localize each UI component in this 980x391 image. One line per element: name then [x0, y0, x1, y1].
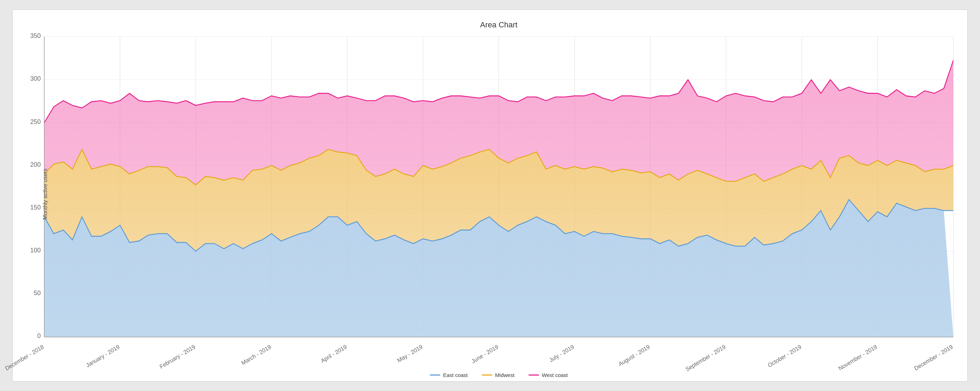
svg-text:October - 2019: October - 2019: [767, 343, 803, 369]
svg-text:150: 150: [30, 204, 41, 211]
svg-text:February - 2019: February - 2019: [158, 343, 196, 370]
svg-text:50: 50: [34, 289, 41, 297]
svg-text:250: 250: [30, 117, 41, 125]
svg-text:August - 2019: August - 2019: [617, 343, 651, 367]
svg-text:March - 2019: March - 2019: [240, 343, 272, 366]
y-axis-label: Monthly active users: [42, 168, 48, 220]
svg-text:September - 2019: September - 2019: [684, 343, 726, 372]
svg-text:April - 2019: April - 2019: [320, 343, 348, 364]
svg-text:0: 0: [37, 332, 41, 339]
west-coast-legend-line: [529, 375, 539, 375]
legend-west-coast: West coast: [529, 372, 568, 378]
midwest-legend-label: Midwest: [495, 372, 515, 378]
svg-text:December - 2019: December - 2019: [913, 343, 954, 371]
chart-title: Area Chart: [44, 21, 953, 30]
chart-legend: East coast Midwest West coast: [430, 372, 568, 378]
svg-text:350: 350: [30, 32, 41, 39]
svg-text:December - 2018: December - 2018: [4, 343, 45, 371]
chart-area: Monthly active users: [44, 36, 953, 352]
midwest-legend-line: [482, 375, 492, 375]
svg-text:January - 2019: January - 2019: [85, 343, 121, 369]
svg-text:100: 100: [30, 246, 41, 254]
svg-text:November - 2019: November - 2019: [837, 343, 878, 371]
west-coast-legend-label: West coast: [542, 372, 568, 378]
svg-text:200: 200: [30, 160, 41, 168]
east-coast-legend-label: East coast: [443, 372, 468, 378]
chart-container: Area Chart Monthly active users: [12, 9, 968, 382]
main-chart-svg: 0 50 100 150 200 250 300 350 D: [44, 36, 953, 352]
svg-text:May - 2019: May - 2019: [396, 343, 423, 364]
svg-text:July - 2019: July - 2019: [548, 343, 575, 363]
east-coast-legend-line: [430, 375, 441, 375]
svg-text:June - 2019: June - 2019: [470, 343, 499, 364]
legend-east-coast: East coast: [430, 372, 468, 378]
legend-midwest: Midwest: [482, 372, 515, 378]
svg-text:300: 300: [30, 75, 41, 82]
